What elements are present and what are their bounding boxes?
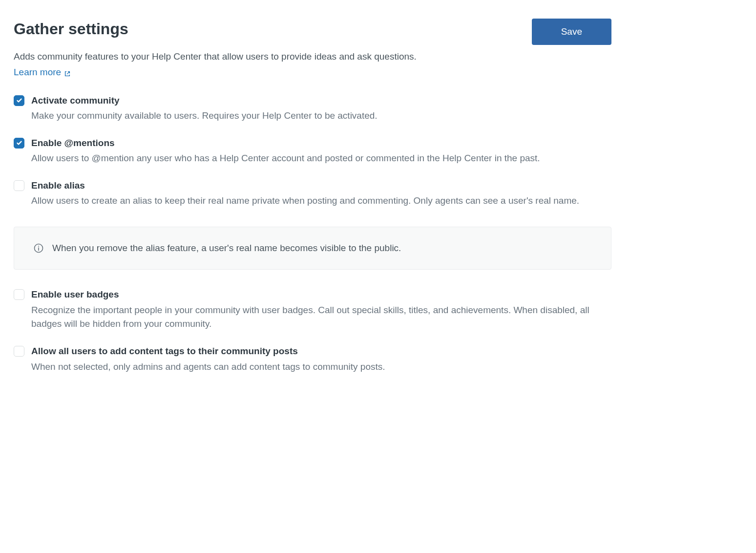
learn-more-link[interactable]: Learn more bbox=[14, 67, 71, 78]
alias-info-box: When you remove the alias feature, a use… bbox=[14, 227, 611, 270]
allow-tags-checkbox[interactable] bbox=[14, 346, 24, 357]
setting-allow-tags: Allow all users to add content tags to t… bbox=[14, 345, 611, 374]
external-link-icon bbox=[64, 69, 71, 76]
setting-activate-community: Activate community Make your community a… bbox=[14, 94, 611, 123]
page-title: Gather settings bbox=[14, 20, 128, 38]
settings-list: Activate community Make your community a… bbox=[14, 94, 611, 374]
enable-badges-checkbox[interactable] bbox=[14, 289, 24, 300]
info-icon bbox=[34, 243, 43, 253]
enable-mentions-desc: Allow users to @mention any user who has… bbox=[31, 151, 611, 166]
save-button[interactable]: Save bbox=[532, 19, 611, 45]
enable-badges-desc: Recognize the important people in your c… bbox=[31, 303, 611, 331]
activate-community-title: Activate community bbox=[31, 94, 611, 107]
activate-community-checkbox[interactable] bbox=[14, 95, 24, 106]
enable-mentions-checkbox[interactable] bbox=[14, 138, 24, 149]
activate-community-desc: Make your community available to users. … bbox=[31, 109, 611, 123]
enable-alias-checkbox[interactable] bbox=[14, 180, 24, 191]
setting-enable-badges: Enable user badges Recognize the importa… bbox=[14, 288, 611, 331]
checkmark-icon bbox=[16, 140, 22, 146]
allow-tags-title: Allow all users to add content tags to t… bbox=[31, 345, 611, 358]
svg-point-1 bbox=[38, 246, 39, 247]
enable-alias-desc: Allow users to create an alias to keep t… bbox=[31, 194, 611, 208]
page-subtitle: Adds community features to your Help Cen… bbox=[14, 50, 611, 64]
enable-alias-title: Enable alias bbox=[31, 179, 611, 192]
enable-badges-title: Enable user badges bbox=[31, 288, 611, 301]
allow-tags-desc: When not selected, only admins and agent… bbox=[31, 360, 611, 374]
setting-enable-mentions: Enable @mentions Allow users to @mention… bbox=[14, 137, 611, 166]
enable-mentions-title: Enable @mentions bbox=[31, 137, 611, 150]
learn-more-label: Learn more bbox=[14, 67, 61, 78]
setting-enable-alias: Enable alias Allow users to create an al… bbox=[14, 179, 611, 208]
alias-info-text: When you remove the alias feature, a use… bbox=[52, 242, 401, 255]
checkmark-icon bbox=[16, 97, 22, 104]
